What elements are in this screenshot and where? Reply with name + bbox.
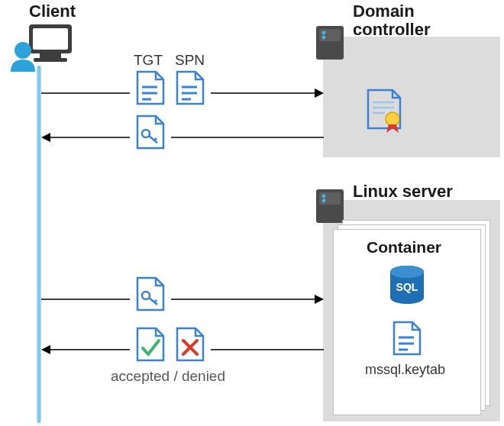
keytab-label: mssql.keytab: [365, 362, 445, 378]
client-label: Client: [29, 2, 76, 21]
dc-label-1: Domain: [353, 2, 415, 21]
arrow-step1: [41, 87, 324, 99]
svg-point-8: [322, 36, 326, 40]
svg-point-12: [386, 112, 399, 126]
certificate-icon: [363, 89, 405, 136]
svg-rect-3: [34, 58, 67, 62]
svg-rect-27: [319, 192, 341, 205]
svg-rect-2: [40, 53, 61, 58]
keytab-doc-icon: [391, 321, 423, 357]
sql-icon: SQL: [386, 264, 428, 308]
client-icon: [8, 21, 78, 76]
container-label: Container: [367, 238, 441, 257]
tgt-label: TGT: [134, 52, 163, 69]
svg-rect-1: [33, 28, 68, 50]
spn-label: SPN: [175, 52, 205, 69]
accepted-denied-label: accepted / denied: [111, 368, 225, 385]
svg-text:SQL: SQL: [396, 281, 418, 293]
svg-point-31: [390, 266, 424, 278]
svg-point-4: [15, 42, 31, 59]
dc-label-2: controller: [353, 20, 430, 40]
server-icon-dc: [313, 23, 347, 63]
svg-point-28: [322, 195, 326, 198]
svg-point-29: [322, 199, 326, 203]
client-lifeline: [37, 66, 41, 423]
arrow-step4: [41, 344, 324, 356]
domain-controller-box: [323, 37, 500, 157]
arrow-step3: [41, 293, 324, 305]
linux-label: Linux server: [353, 182, 453, 202]
svg-rect-6: [319, 29, 341, 41]
arrow-step2: [41, 131, 324, 144]
svg-point-7: [322, 31, 326, 35]
